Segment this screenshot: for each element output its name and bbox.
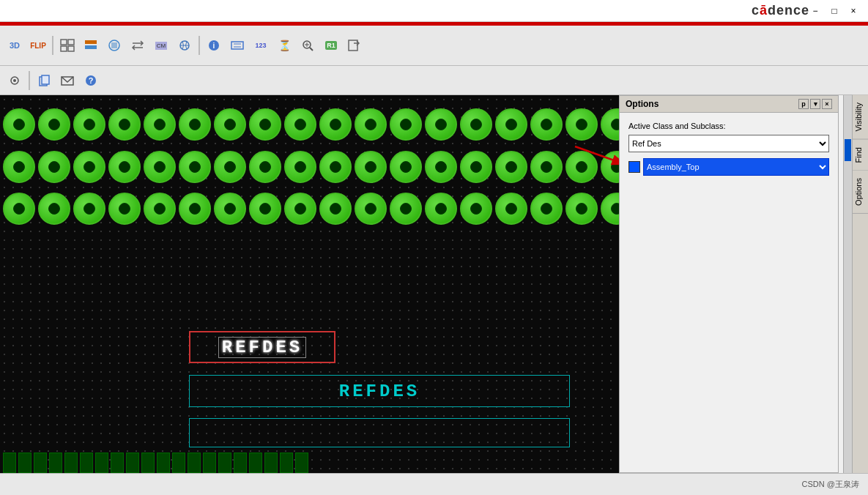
main-toolbar: 3D FLIP CM i 123 ⏳ R1 [0, 26, 868, 66]
svg-text:i: i [213, 42, 215, 50]
toolbar-123-icon[interactable]: 123 [250, 35, 272, 56]
options-close-button[interactable]: × [822, 99, 832, 109]
toolbar-help-icon[interactable]: ? [80, 70, 102, 91]
svg-rect-3 [68, 46, 74, 51]
toolbar-zoom-icon[interactable] [297, 35, 319, 56]
bottom-strip [172, 453, 185, 473]
svg-rect-4 [85, 40, 97, 44]
options-float-button[interactable]: ▾ [810, 99, 820, 109]
pad [390, 108, 422, 141]
maximize-button[interactable]: □ [826, 2, 843, 20]
pcb-canvas[interactable]: REFDES REFDES [0, 95, 623, 473]
svg-text:?: ? [89, 76, 94, 85]
toolbar-grid-icon[interactable] [56, 35, 78, 56]
bottom-strips-container [3, 451, 622, 473]
find-tab[interactable]: Find [853, 140, 868, 171]
pad [460, 193, 492, 225]
bottom-strip [141, 453, 155, 473]
visibility-tab[interactable]: Visibility [853, 95, 868, 140]
scrollbar-thumb[interactable] [845, 139, 851, 161]
bottom-strip [80, 453, 93, 473]
pad [495, 193, 527, 225]
pad [179, 108, 211, 141]
toolbar-properties-icon[interactable] [226, 35, 248, 56]
options-pin-button[interactable]: p [798, 99, 809, 109]
pad [355, 151, 387, 183]
bottom-strip [203, 453, 216, 473]
svg-rect-2 [61, 46, 67, 51]
pad [284, 108, 316, 141]
pad [425, 151, 457, 183]
pad [425, 193, 457, 225]
pad [565, 151, 598, 183]
bottom-strip [18, 453, 31, 473]
toolbar-swap-icon[interactable] [127, 35, 149, 56]
pad [495, 151, 527, 183]
pad-row-2 [3, 151, 623, 183]
pad [249, 151, 281, 183]
toolbar-info-icon[interactable]: i [203, 35, 225, 56]
svg-rect-1 [68, 40, 74, 45]
toolbar-settings-icon[interactable] [4, 70, 26, 91]
refdes-box-cyan: REFDES [189, 375, 570, 407]
pad [249, 108, 281, 141]
pad-row-3 [3, 193, 623, 225]
close-button[interactable]: × [845, 2, 862, 20]
pad [144, 108, 176, 141]
status-credit: CSDN @王泉涛 [802, 479, 859, 490]
pad [319, 108, 352, 141]
pad [73, 193, 105, 225]
subclass-row: Assembly_Top [628, 158, 829, 176]
class-select[interactable]: Ref Des [628, 135, 829, 152]
refdes-box-red: REFDES [189, 331, 335, 363]
svg-rect-0 [61, 40, 67, 45]
toolbar-export-icon[interactable] [344, 35, 366, 56]
toolbar-3d-icon[interactable]: 3D [4, 35, 26, 56]
pad [249, 193, 281, 225]
right-scrollbar[interactable] [843, 95, 852, 473]
toolbar-cm-icon[interactable]: CM [150, 35, 172, 56]
bottom-strip [34, 453, 47, 473]
svg-rect-7 [111, 42, 117, 48]
pad [38, 108, 70, 141]
toolbar-sep-2 [199, 36, 200, 55]
options-panel-header: Options p ▾ × [620, 96, 838, 113]
pad [565, 108, 598, 141]
toolbar-copy-icon[interactable] [33, 70, 55, 91]
bottom-strip [64, 453, 78, 473]
secondary-toolbar: ? [0, 66, 868, 95]
pad [214, 193, 246, 225]
svg-rect-19 [349, 40, 357, 51]
pad [73, 108, 105, 141]
toolbar-network-icon[interactable] [174, 35, 196, 56]
bottom-strip [157, 453, 170, 473]
options-tab[interactable]: Options [853, 171, 868, 214]
pad [144, 151, 176, 183]
options-panel: Options p ▾ × Active Class and Subclass:… [619, 95, 839, 473]
pad [565, 193, 598, 225]
subclass-color-swatch [628, 161, 640, 173]
bottom-strip [295, 453, 308, 473]
pad [108, 193, 141, 225]
pad [214, 108, 246, 141]
pad [214, 151, 246, 183]
toolbar-flip-icon[interactable]: FLIP [27, 35, 49, 56]
pad [3, 151, 35, 183]
toolbar-email-icon[interactable] [56, 70, 78, 91]
svg-line-16 [310, 48, 313, 51]
bottom-strip [249, 453, 262, 473]
toolbar-component-icon[interactable] [103, 35, 125, 56]
toolbar-layers-icon[interactable] [80, 35, 102, 56]
pad [355, 193, 387, 225]
subclass-select[interactable]: Assembly_Top [643, 158, 829, 176]
toolbar-r1-icon[interactable]: R1 [320, 35, 342, 56]
refdes-label-1: REFDES [218, 337, 306, 358]
bottom-strip [280, 453, 293, 473]
toolbar-hourglass-icon[interactable]: ⏳ [273, 35, 295, 56]
toolbar-sep-1 [52, 36, 53, 55]
pad [460, 151, 492, 183]
selection-box [189, 418, 570, 447]
pad [319, 193, 352, 225]
pad-row-top [3, 108, 623, 141]
app-title: cādence [752, 3, 809, 18]
